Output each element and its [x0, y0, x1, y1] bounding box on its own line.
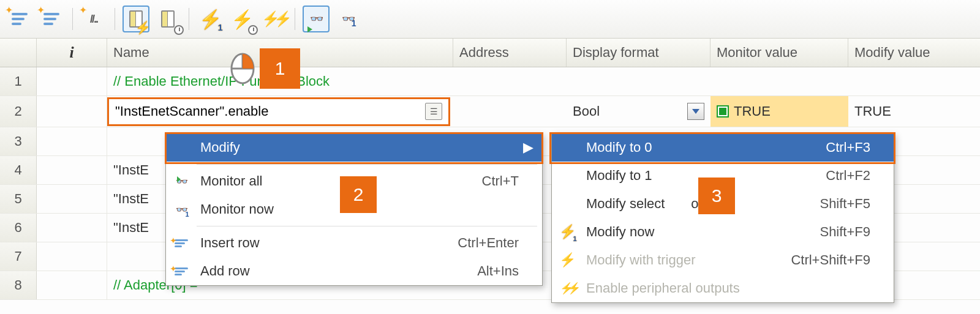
row-info-cell: [37, 242, 107, 271]
menu-item-modify[interactable]: Modify ▶: [166, 133, 542, 162]
row-info-cell: [37, 214, 107, 242]
name-cell[interactable]: ☰: [107, 96, 453, 127]
name-edit-wrap[interactable]: ☰: [107, 97, 450, 126]
menu-item-modify-to-0[interactable]: Modify to 0 Ctrl+F3: [552, 133, 894, 162]
toolbar: ✦ ✦ //..✦ ⚡ ⚡1 ⚡ ⚡⚡ 👓 👓1: [0, 0, 980, 39]
table-row[interactable]: 2 ☰ Bool TRUE TRUE: [0, 96, 980, 127]
toolbar-separator: [72, 8, 73, 30]
menu-item-label: Modify to 0: [582, 140, 807, 155]
menu-item-shortcut: Ctrl+Shift+F9: [772, 252, 870, 268]
menu-item-shortcut: Shift+F5: [801, 196, 870, 212]
modify-value-text: TRUE: [854, 103, 891, 119]
menu-item-enable-peripheral-outputs: ⚡⚡ Enable peripheral outputs: [552, 274, 894, 302]
bolt-double-grey-icon: ⚡⚡: [552, 282, 582, 295]
modify-value-cell[interactable]: TRUE: [848, 96, 980, 127]
toolbar-btn-lines-new-2[interactable]: ✦: [38, 6, 65, 32]
header-display-format[interactable]: Display format: [567, 39, 710, 67]
row-info-cell: [37, 185, 107, 213]
annotation-callout-1: 1: [260, 48, 300, 89]
menu-item-label: Modify: [197, 140, 500, 155]
menu-item-shortcut: Ctrl+T: [464, 173, 519, 189]
menu-item-modify-now[interactable]: ⚡1 Modify now Shift+F9: [552, 218, 894, 246]
annotation-callout-2: 2: [340, 176, 377, 213]
row-info-cell: [37, 96, 107, 127]
row-number: 1: [0, 67, 37, 95]
display-format-value: Bool: [573, 103, 600, 119]
menu-item-label: Modify selected now: [582, 196, 801, 212]
menu-separator: [197, 226, 537, 226]
annotation-callout-3: 3: [698, 178, 735, 214]
header-modify-value[interactable]: Modify value: [848, 39, 980, 67]
toolbar-separator: [295, 8, 295, 30]
menu-item-modify-with-trigger: ⚡ Modify with trigger Ctrl+Shift+F9: [552, 246, 894, 274]
menu-item-label: Modify now: [582, 224, 801, 240]
header-info: i: [37, 39, 107, 67]
toolbar-btn-comment-new[interactable]: //..✦: [80, 6, 107, 32]
tag-browse-button[interactable]: ☰: [425, 103, 442, 120]
glasses-1-icon: 👓1: [166, 204, 197, 215]
toolbar-btn-bolt-1[interactable]: ⚡1: [197, 6, 224, 32]
display-format-cell[interactable]: Bool: [567, 96, 710, 127]
menu-separator: [197, 164, 537, 165]
menu-item-label: Insert row: [197, 235, 439, 251]
bolt-clock-grey-icon: ⚡: [552, 252, 582, 268]
mouse-cursor-icon: [229, 50, 256, 84]
row-number: 3: [0, 127, 37, 155]
toolbar-separator: [115, 8, 115, 30]
table-row[interactable]: 1 // Enable Ethernet/IP Function Block: [0, 67, 980, 96]
menu-item-label: Monitor all: [197, 173, 464, 189]
toolbar-btn-bolt-double[interactable]: ⚡⚡: [260, 6, 287, 32]
table-header: i Name Address Display format Monitor va…: [0, 39, 980, 67]
row-info-cell: [37, 67, 107, 95]
menu-item-shortcut: Ctrl+F2: [807, 168, 870, 184]
info-icon: i: [69, 43, 74, 62]
row-info-cell: [37, 127, 107, 155]
context-submenu-modify: Modify to 0 Ctrl+F3 Modify to 1 Ctrl+F2 …: [551, 133, 894, 303]
toolbar-btn-columns-bolt[interactable]: ⚡: [123, 6, 149, 32]
menu-item-shortcut: Alt+Ins: [459, 263, 519, 279]
menu-item-add-row[interactable]: ✦ Add row Alt+Ins: [166, 257, 542, 285]
menu-item-shortcut: Shift+F9: [801, 224, 870, 240]
row-number: 8: [0, 271, 37, 299]
toolbar-separator: [189, 8, 189, 30]
header-rownum: [0, 39, 37, 67]
glasses-play-icon: 👓: [166, 176, 197, 187]
menu-item-label: Add row: [197, 263, 459, 279]
row-number: 2: [0, 96, 37, 127]
menu-item-label: Modify to 1: [582, 168, 807, 184]
display-format-dropdown[interactable]: [687, 103, 704, 120]
monitor-value-cell: TRUE: [710, 96, 848, 127]
row-number: 6: [0, 214, 37, 242]
toolbar-btn-monitor-all[interactable]: 👓: [303, 6, 330, 32]
row-info-cell: [37, 271, 107, 299]
toolbar-btn-bolt-clock[interactable]: ⚡: [228, 6, 255, 32]
row-info-cell: [37, 156, 107, 184]
toolbar-btn-columns-clock[interactable]: [154, 6, 181, 32]
menu-item-shortcut: Ctrl+Enter: [439, 235, 519, 251]
add-row-icon: ✦: [166, 266, 197, 277]
boolean-true-icon: [717, 105, 729, 118]
row-number: 7: [0, 242, 37, 271]
monitor-value-text: TRUE: [734, 103, 771, 119]
toolbar-btn-monitor-1[interactable]: 👓1: [334, 6, 361, 32]
address-cell[interactable]: [453, 96, 567, 127]
header-address[interactable]: Address: [453, 39, 567, 67]
bolt-1-icon: ⚡1: [552, 224, 582, 240]
menu-item-insert-row[interactable]: ✦ Insert row Ctrl+Enter: [166, 229, 542, 257]
menu-item-label: Enable peripheral outputs: [582, 280, 852, 296]
toolbar-btn-lines-new-1[interactable]: ✦: [6, 6, 33, 32]
name-input[interactable]: [115, 103, 425, 119]
menu-item-shortcut: Ctrl+F3: [807, 140, 870, 155]
row-number: 4: [0, 156, 37, 184]
insert-row-icon: ✦: [166, 238, 197, 249]
submenu-arrow-icon: ▶: [519, 140, 537, 155]
menu-item-label: Modify with trigger: [582, 252, 772, 268]
header-monitor-value[interactable]: Monitor value: [710, 39, 848, 67]
row-number: 5: [0, 185, 37, 213]
